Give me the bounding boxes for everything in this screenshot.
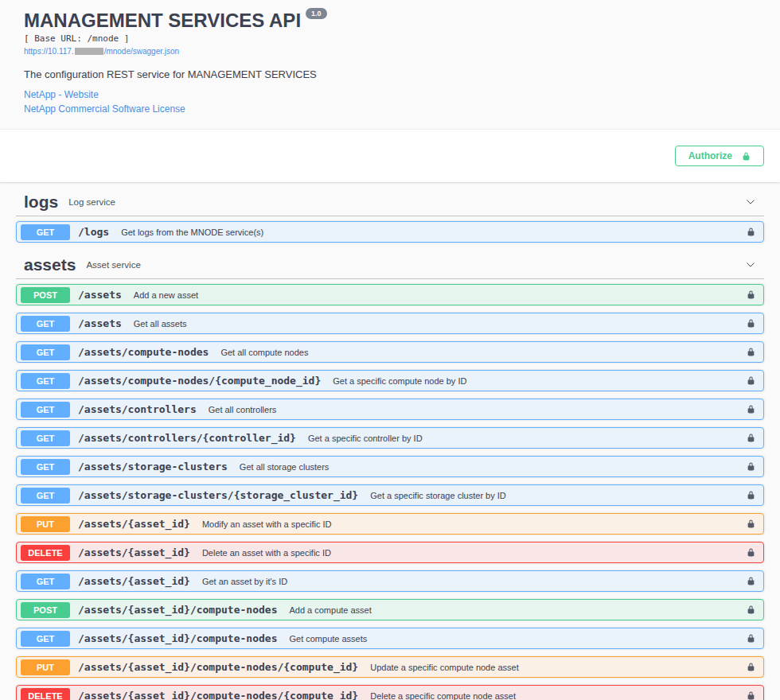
operation-summary: Add a new asset	[134, 290, 198, 300]
operation-row[interactable]: POST /assets Add a new asset	[16, 284, 764, 305]
operation-summary: Get all controllers	[209, 405, 277, 414]
method-badge: POST	[21, 602, 70, 618]
api-description: The configuration REST service for MANAG…	[24, 68, 756, 80]
operation-path: /assets/compute-nodes/{compute_node_id}	[78, 375, 321, 387]
website-link[interactable]: NetApp - Website	[24, 89, 99, 100]
operation-path: /assets/{asset_id}	[78, 575, 190, 587]
operation-summary: Delete an asset with a specific ID	[202, 548, 331, 558]
operation-row[interactable]: PUT /assets/{asset_id} Modify an asset w…	[16, 513, 764, 535]
license-link[interactable]: NetApp Commercial Software License	[24, 103, 185, 115]
operation-path: /assets/{asset_id}	[78, 546, 190, 558]
lock-icon[interactable]	[747, 577, 755, 585]
operation-path: /assets/{asset_id}/compute-nodes/{comput…	[78, 661, 358, 673]
authorize-label: Authorize	[688, 150, 732, 161]
operation-summary: Get logs from the MNODE service(s)	[121, 228, 263, 237]
operation-summary: Get an asset by it's ID	[202, 577, 287, 586]
method-badge: GET	[21, 316, 70, 332]
operation-summary: Get all storage clusters	[240, 462, 330, 472]
section-title: logs	[24, 192, 58, 212]
lock-icon[interactable]	[747, 290, 755, 299]
lock-icon[interactable]	[747, 434, 755, 442]
operation-summary: Modify an asset with a specific ID	[202, 519, 332, 529]
operation-row[interactable]: PUT /assets/{asset_id}/compute-nodes/{co…	[16, 656, 764, 678]
method-badge: GET	[21, 574, 70, 589]
operation-row[interactable]: GET /assets/controllers/{controller_id} …	[16, 427, 764, 449]
operation-summary: Delete a specific compute node asset	[370, 691, 516, 700]
operation-path: /assets/{asset_id}/compute-nodes	[78, 604, 277, 616]
redacted-text	[75, 48, 103, 55]
method-badge: DELETE	[21, 688, 70, 700]
operation-summary: Get a specific controller by ID	[308, 434, 423, 443]
operation-summary: Get compute assets	[289, 634, 367, 644]
lock-icon	[742, 152, 751, 161]
lock-icon[interactable]	[747, 348, 755, 356]
lock-icon[interactable]	[747, 376, 755, 385]
operation-row[interactable]: GET /assets/storage-clusters Get all sto…	[16, 456, 764, 477]
method-badge: GET	[21, 488, 70, 504]
lock-icon[interactable]	[747, 519, 755, 528]
section-description: Asset service	[86, 260, 140, 270]
api-section: logs Log service GET /logs Get logs from…	[16, 187, 764, 243]
lock-icon[interactable]	[747, 462, 755, 471]
section-header[interactable]: logs Log service	[16, 187, 764, 216]
operation-row[interactable]: GET /assets/{asset_id}/compute-nodes Get…	[16, 628, 764, 649]
lock-icon[interactable]	[747, 319, 755, 328]
operation-row[interactable]: DELETE /assets/{asset_id} Delete an asse…	[16, 542, 764, 563]
operation-row[interactable]: GET /assets Get all assets	[16, 313, 764, 334]
lock-icon[interactable]	[747, 228, 755, 236]
chevron-down-icon	[745, 259, 756, 270]
spec-url-suffix: /mnode/swagger.json	[104, 47, 180, 56]
operation-summary: Get all assets	[134, 319, 187, 329]
operations-container: logs Log service GET /logs Get logs from…	[0, 182, 780, 700]
operation-row[interactable]: GET /logs Get logs from the MNODE servic…	[16, 221, 764, 243]
lock-icon[interactable]	[747, 491, 755, 500]
lock-icon[interactable]	[747, 691, 755, 700]
operation-summary: Add a compute asset	[289, 605, 371, 615]
lock-icon[interactable]	[747, 605, 755, 614]
base-url: [ Base URL: /mnode ]	[24, 33, 756, 44]
authorize-button[interactable]: Authorize	[675, 146, 764, 166]
operation-row[interactable]: GET /assets/compute-nodes Get all comput…	[16, 341, 764, 363]
operation-row[interactable]: POST /assets/{asset_id}/compute-nodes Ad…	[16, 599, 764, 620]
page-title: MANAGEMENT SERVICES API	[24, 10, 301, 32]
chevron-down-icon	[745, 196, 756, 208]
section-title: assets	[24, 255, 76, 274]
operation-path: /assets/compute-nodes	[78, 346, 209, 358]
operation-path: /assets/{asset_id}	[78, 518, 190, 530]
operation-row[interactable]: GET /assets/controllers Get all controll…	[16, 399, 764, 420]
version-badge: 1.0	[306, 8, 327, 19]
method-badge: GET	[21, 224, 70, 240]
section-header[interactable]: assets Asset service	[16, 250, 764, 279]
operation-summary: Get a specific compute node by ID	[333, 376, 466, 386]
lock-icon[interactable]	[747, 663, 755, 671]
operation-row[interactable]: DELETE /assets/{asset_id}/compute-nodes/…	[16, 685, 764, 700]
method-badge: GET	[21, 402, 70, 418]
operation-summary: Update a specific compute node asset	[370, 663, 519, 672]
operation-row[interactable]: GET /assets/{asset_id} Get an asset by i…	[16, 570, 764, 592]
method-badge: GET	[21, 430, 70, 446]
operation-row[interactable]: GET /assets/storage-clusters/{storage_cl…	[16, 484, 764, 506]
section-description: Log service	[68, 197, 115, 207]
method-badge: DELETE	[21, 545, 70, 561]
method-badge: PUT	[21, 516, 70, 532]
operation-path: /logs	[78, 226, 109, 238]
spec-url-link[interactable]: https://10.117./mnode/swagger.json	[24, 47, 179, 56]
operation-path: /assets	[78, 317, 122, 329]
method-badge: GET	[21, 459, 70, 475]
method-badge: POST	[21, 287, 70, 303]
method-badge: GET	[21, 344, 70, 360]
api-info: MANAGEMENT SERVICES API 1.0 [ Base URL: …	[0, 0, 780, 129]
operation-path: /assets/storage-clusters/{storage_cluste…	[78, 489, 358, 501]
lock-icon[interactable]	[747, 548, 755, 557]
api-section: assets Asset service POST /assets Add a …	[16, 250, 764, 700]
operation-path: /assets/controllers	[78, 403, 197, 415]
title-row: MANAGEMENT SERVICES API 1.0	[24, 10, 756, 32]
section-operations: POST /assets Add a new asset GET /assets…	[16, 279, 764, 700]
operation-path: /assets/controllers/{controller_id}	[78, 432, 296, 444]
operation-row[interactable]: GET /assets/compute-nodes/{compute_node_…	[16, 370, 764, 391]
operation-path: /assets/{asset_id}/compute-nodes/{comput…	[78, 690, 358, 700]
operation-summary: Get a specific storage cluster by ID	[370, 491, 506, 500]
lock-icon[interactable]	[747, 405, 755, 414]
lock-icon[interactable]	[747, 634, 755, 643]
method-badge: GET	[21, 373, 70, 389]
